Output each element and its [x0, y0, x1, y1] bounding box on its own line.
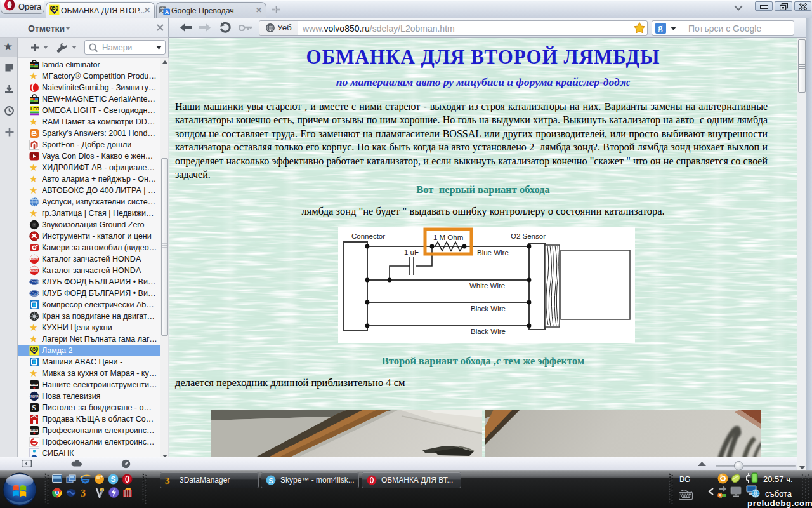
svg-text:S: S [268, 477, 273, 485]
svg-text:SPARKY: SPARKY [30, 429, 39, 432]
svg-text:SPARKY: SPARKY [30, 384, 39, 386]
svg-text:Blue Wire: Blue Wire [477, 249, 509, 257]
svg-text:3: 3 [165, 476, 170, 486]
svg-text:850: 850 [30, 345, 39, 351]
svg-text:Connector: Connector [351, 232, 385, 240]
svg-text:Ford: Ford [30, 291, 38, 295]
svg-text:Black Wire: Black Wire [471, 328, 506, 335]
svg-text:8: 8 [719, 493, 721, 498]
svg-text:Ford: Ford [30, 280, 38, 284]
svg-text:O2 Sensor: O2 Sensor [511, 232, 546, 240]
svg-text:Black Wire: Black Wire [471, 305, 506, 312]
svg-text:HONDA: HONDA [31, 269, 39, 272]
svg-text:3: 3 [81, 488, 86, 498]
svg-text:S: S [111, 475, 116, 484]
svg-text:LED: LED [30, 107, 39, 111]
svg-text:850: 850 [50, 5, 59, 11]
svg-text:A: A [165, 9, 169, 15]
svg-text:S: S [32, 404, 36, 411]
svg-text:1 uF: 1 uF [404, 248, 419, 256]
svg-text:NOVA: NOVA [30, 395, 39, 398]
svg-text:HONDA: HONDA [31, 258, 39, 260]
svg-text:1 M Ohm: 1 M Ohm [433, 234, 463, 241]
svg-text:White Wire: White Wire [469, 282, 505, 290]
